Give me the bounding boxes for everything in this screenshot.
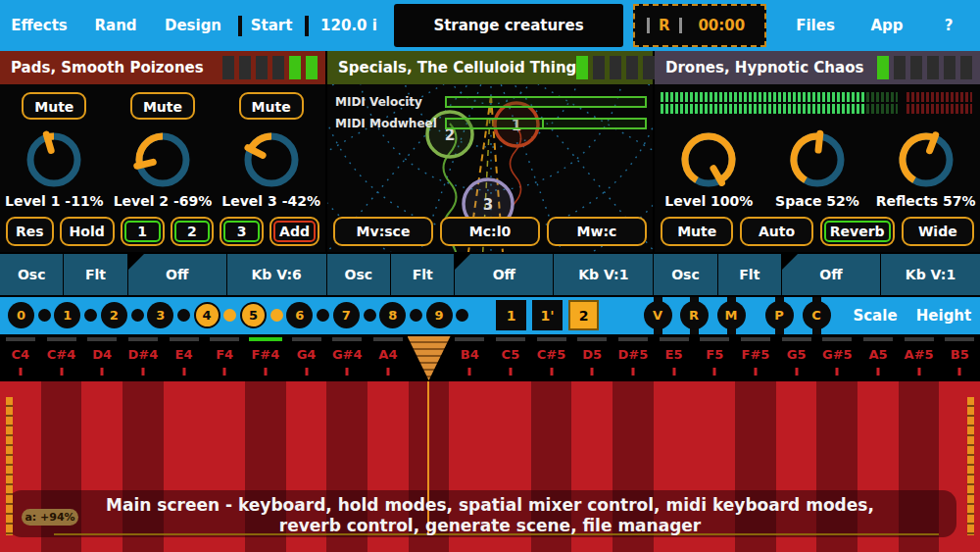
note-column-cs4[interactable]: C#4 [41, 334, 82, 381]
knob-dial[interactable] [131, 128, 194, 191]
panel-drones-header[interactable]: Drones, Hypnotic Chaos [655, 51, 980, 84]
note-column-cs5[interactable]: C#5 [531, 334, 572, 381]
pattern-step-3[interactable]: 3 [147, 302, 173, 328]
auto-button[interactable]: Auto [740, 217, 812, 246]
note-column-ds4[interactable]: D#4 [122, 334, 164, 381]
panel-specials-header[interactable]: Specials, The Celluloid Thing [327, 51, 653, 84]
start-button[interactable]: Start [251, 0, 293, 51]
mc-l0-button[interactable]: Mc:l0 [440, 217, 540, 246]
files-button[interactable]: Files [796, 0, 835, 51]
module-cell-flt[interactable]: Flt [391, 254, 454, 295]
note-column-d5[interactable]: D5 [571, 334, 612, 381]
note-column-e4[interactable]: E4 [164, 334, 205, 381]
pattern-step-7[interactable]: 7 [333, 302, 360, 328]
pattern-step-2[interactable]: 2 [101, 302, 127, 328]
hold-button[interactable]: Hold [60, 217, 115, 246]
design-button[interactable]: Design [165, 0, 221, 51]
pattern-step-6[interactable]: 6 [286, 302, 313, 328]
note-column-fs5[interactable]: F#5 [735, 334, 776, 381]
mute-button[interactable]: Mute [22, 92, 86, 120]
rand-button[interactable]: Rand [94, 0, 136, 51]
note-column-d4[interactable]: D4 [81, 334, 122, 381]
spatial-mixer[interactable]: 123 MIDI Velocity MIDI Modwheel Mv:sceMc… [327, 84, 653, 252]
chain-dot[interactable] [131, 309, 144, 322]
help-button[interactable]: ? [945, 0, 954, 51]
knob-dial[interactable] [240, 128, 303, 191]
chain-dot[interactable] [270, 309, 283, 322]
chain-dot[interactable] [456, 309, 468, 322]
scene-name-button[interactable]: Strange creatures [394, 4, 623, 47]
knob[interactable]: Level 100% [658, 128, 760, 209]
mw-c-button[interactable]: Mw:c [547, 217, 647, 246]
note-column-ds5[interactable]: D#5 [612, 334, 654, 381]
knob-dial[interactable] [895, 128, 957, 191]
note-column-gs4[interactable]: G#4 [326, 334, 368, 381]
panel-pads-header[interactable]: Pads, Smooth Poizones [0, 51, 325, 84]
add-button[interactable]: Add [270, 217, 319, 246]
knob[interactable]: Space 52% [766, 128, 868, 209]
knob[interactable]: Reflects 57% [875, 128, 977, 209]
bank-button-1[interactable]: 1 [496, 300, 526, 330]
mode-button-r[interactable]: R [680, 301, 709, 329]
chain-dot[interactable] [410, 309, 422, 322]
knob-dial[interactable] [677, 128, 740, 191]
note-column-as4[interactable] [409, 334, 450, 381]
knob[interactable]: Level 2 -69% [112, 128, 214, 209]
record-timer-button[interactable]: R 00:00 [633, 4, 766, 47]
note-column-e5[interactable]: E5 [654, 334, 695, 381]
pattern-step-8[interactable]: 8 [379, 302, 406, 328]
note-column-a4[interactable]: A4 [368, 334, 409, 381]
mute-button[interactable]: Mute [239, 92, 304, 120]
note-column-as5[interactable]: A#5 [899, 334, 940, 381]
chain-dot[interactable] [364, 309, 376, 322]
1-button[interactable]: 1 [121, 217, 165, 246]
midi-modwheel-bar[interactable] [445, 118, 647, 129]
note-column-gs5[interactable]: G#5 [816, 334, 858, 381]
module-cell-osc[interactable]: Osc [0, 254, 63, 295]
note-column-g5[interactable]: G5 [776, 334, 817, 381]
mode-button-m[interactable]: M [717, 301, 746, 329]
module-cell-osc[interactable]: Osc [327, 254, 390, 295]
mode-button-p[interactable]: P [765, 301, 794, 329]
mode-button-c[interactable]: C [803, 301, 831, 329]
2-button[interactable]: 2 [171, 217, 215, 246]
note-column-b4[interactable]: B4 [449, 334, 490, 381]
knob[interactable]: Level 3 -42% [220, 128, 322, 209]
note-column-g4[interactable]: G4 [286, 334, 327, 381]
reverb-button[interactable]: Reverb [820, 217, 895, 246]
mute-button[interactable]: Mute [130, 92, 195, 120]
midi-velocity-bar[interactable] [445, 96, 647, 108]
pattern-step-5[interactable]: 5 [240, 302, 267, 328]
scale-button[interactable]: Scale [853, 297, 897, 334]
chain-dot[interactable] [223, 309, 236, 322]
knob[interactable]: Level 1 -11% [3, 128, 105, 209]
chain-dot[interactable] [84, 309, 97, 322]
note-column-b5[interactable]: B5 [939, 334, 980, 381]
knob-dial[interactable] [23, 128, 85, 191]
chain-dot[interactable] [38, 309, 51, 322]
tempo-display[interactable]: 120.0 i [320, 0, 377, 51]
res-button[interactable]: Res [6, 217, 54, 246]
wide-button[interactable]: Wide [902, 217, 974, 246]
mode-button-v[interactable]: V [644, 301, 672, 329]
position-marker-triangle[interactable] [408, 336, 451, 380]
pattern-step-4[interactable]: 4 [194, 302, 220, 328]
note-column-c5[interactable]: C5 [490, 334, 531, 381]
note-column-a5[interactable]: A5 [858, 334, 899, 381]
module-cell-flt[interactable]: Flt [64, 254, 126, 295]
height-button[interactable]: Height [916, 297, 971, 334]
module-cell-flt[interactable]: Flt [718, 254, 781, 295]
module-cell-off[interactable]: Off [455, 254, 553, 295]
module-cell-kb-v-6[interactable]: Kb V:6 [227, 254, 326, 295]
module-cell-kb-v-1[interactable]: Kb V:1 [881, 254, 980, 295]
effects-button[interactable]: Effects [11, 0, 68, 51]
module-cell-off[interactable]: Off [128, 254, 226, 295]
mv-sce-button[interactable]: Mv:sce [333, 217, 433, 246]
mute-button[interactable]: Mute [661, 217, 733, 246]
knob-dial[interactable] [786, 128, 849, 191]
pattern-step-1[interactable]: 1 [54, 302, 80, 328]
3-button[interactable]: 3 [220, 217, 264, 246]
chain-dot[interactable] [317, 309, 329, 322]
bank-button-2[interactable]: 1' [532, 300, 563, 330]
note-column-f4[interactable]: F4 [204, 334, 245, 381]
